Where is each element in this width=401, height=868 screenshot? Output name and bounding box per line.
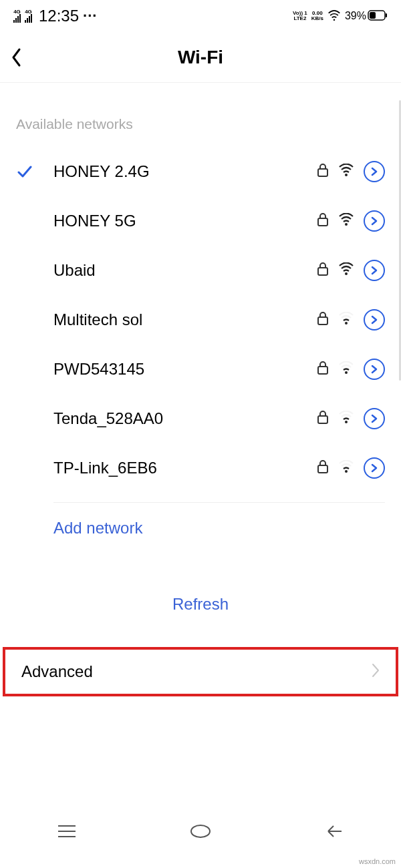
refresh-button[interactable]: Refresh [0,554,401,647]
advanced-label: Advanced [21,662,93,681]
section-label: Available networks [0,83,401,147]
network-details-button[interactable] [364,359,385,380]
battery-indicator: 39% [345,10,388,23]
network-details-button[interactable] [364,161,385,182]
svg-point-8 [345,272,348,275]
status-right: Vo)) 1LTE2 0.00KB/s 39% [293,9,388,24]
clock: 12:35 [39,7,79,25]
row-icons [317,309,385,331]
svg-rect-2 [370,12,376,19]
network-row[interactable]: Tenda_528AA0 [0,394,401,443]
page-title: Wi-Fi [11,47,390,68]
networks-list: HONEY 2.4GHONEY 5GUbaidMultitech solPWD5… [0,147,401,493]
svg-point-14 [345,421,348,423]
lock-icon [317,212,329,230]
lock-icon [317,410,329,427]
network-details-button[interactable] [364,210,385,232]
more-icon: ··· [83,7,97,25]
svg-point-12 [345,371,348,374]
add-network-row[interactable]: Add network [0,503,401,554]
row-icons [317,359,385,380]
row-icons [317,408,385,429]
status-bar: 4G 4G 12:35 ··· Vo)) 1LTE2 0.00KB/s 39% [0,0,401,32]
wifi-signal-icon [338,213,354,229]
wifi-signal-icon [338,164,354,180]
row-icons [317,210,385,232]
lock-icon [317,459,329,477]
recent-apps-button[interactable] [55,821,78,844]
network-row[interactable]: TP-Link_6EB6 [0,443,401,493]
header: Wi-Fi [0,32,401,83]
lock-icon [317,311,329,329]
network-name: Tenda_528AA0 [53,409,317,428]
svg-rect-1 [386,13,387,17]
add-network-link[interactable]: Add network [53,519,142,537]
wifi-signal-icon [338,411,354,427]
svg-rect-7 [318,268,327,275]
row-icons [317,457,385,479]
network-row[interactable]: Ubaid [0,246,401,295]
svg-rect-3 [318,169,327,176]
wifi-status-icon [327,9,341,24]
network-row[interactable]: HONEY 2.4G [0,147,401,196]
svg-rect-15 [318,465,327,473]
data-rate-indicator: 0.00KB/s [311,11,323,21]
svg-point-16 [345,470,348,473]
chevron-right-icon [372,663,380,680]
network-name: PWD543145 [53,360,317,379]
home-button[interactable] [189,821,212,844]
row-icons [317,260,385,281]
status-left: 4G 4G 12:35 ··· [13,7,97,25]
network-name: HONEY 2.4G [53,162,317,181]
wifi-signal-icon [338,460,354,476]
connected-check-icon [16,163,53,180]
network-name: TP-Link_6EB6 [53,459,317,477]
lock-icon [317,262,329,279]
lock-icon [317,361,329,378]
svg-rect-5 [318,218,327,226]
wifi-signal-icon [338,361,354,377]
watermark: wsxdn.com [359,857,396,865]
wifi-signal-icon [338,262,354,278]
svg-rect-11 [318,367,327,374]
svg-point-20 [191,825,210,837]
svg-rect-9 [318,317,327,324]
network-row[interactable]: HONEY 5G [0,196,401,246]
network-name: HONEY 5G [53,212,317,230]
network-row[interactable]: Multitech sol [0,295,401,345]
network-details-button[interactable] [364,457,385,479]
nav-bar [0,815,401,851]
lte-indicator: Vo)) 1LTE2 [293,11,307,21]
network-details-button[interactable] [364,260,385,281]
row-icons [317,161,385,182]
svg-point-6 [345,223,348,226]
svg-point-10 [345,322,348,324]
battery-icon [368,10,388,23]
network-details-button[interactable] [364,309,385,331]
svg-point-4 [345,174,348,176]
wifi-signal-icon [338,312,354,328]
network-row[interactable]: PWD543145 [0,345,401,394]
svg-rect-13 [318,416,327,423]
network-details-button[interactable] [364,408,385,429]
signal-1-icon: 4G [13,9,21,23]
signal-2-icon: 4G [25,9,32,23]
network-name: Multitech sol [53,310,317,329]
back-nav-button[interactable] [323,821,346,844]
lock-icon [317,163,329,180]
advanced-row[interactable]: Advanced [3,647,398,696]
network-name: Ubaid [53,261,317,280]
